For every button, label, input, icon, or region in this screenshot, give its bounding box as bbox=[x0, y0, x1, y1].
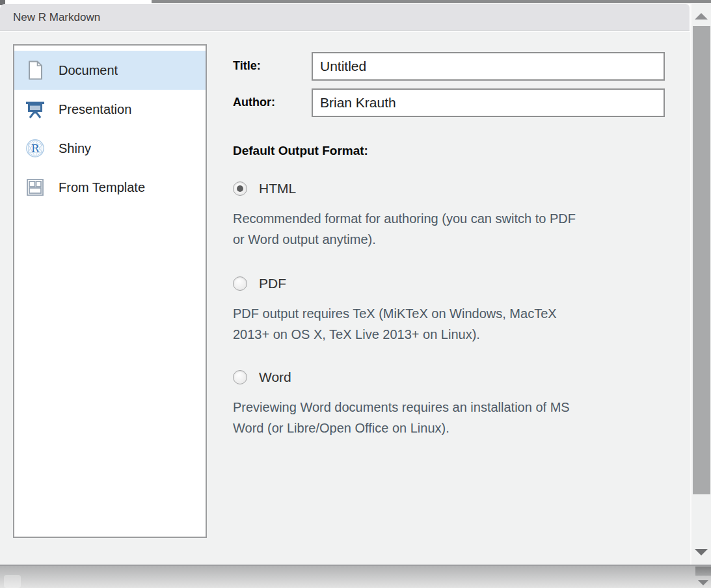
output-format-heading: Default Output Format: bbox=[233, 144, 368, 158]
format-html-description: Recommended format for authoring (you ca… bbox=[233, 208, 576, 250]
svg-text:R: R bbox=[31, 142, 40, 155]
vertical-scrollbar[interactable] bbox=[690, 4, 711, 565]
title-label: Title: bbox=[233, 59, 261, 73]
format-pdf-description: PDF output requires TeX (MiKTeX on Windo… bbox=[233, 303, 557, 345]
author-label: Author: bbox=[233, 96, 275, 109]
sidebar-item-shiny[interactable]: R Shiny bbox=[14, 129, 206, 168]
sidebar-item-label: From Template bbox=[59, 180, 145, 195]
description-line: Word (or Libre/Open Office on Linux). bbox=[233, 418, 570, 438]
sidebar-item-label: Document bbox=[59, 63, 118, 78]
format-option-html[interactable]: HTML bbox=[233, 181, 296, 196]
format-html-label: HTML bbox=[259, 181, 296, 196]
template-icon bbox=[25, 178, 46, 196]
scroll-down-icon[interactable] bbox=[695, 549, 708, 555]
outer-scrollbar-segment[interactable] bbox=[695, 566, 711, 588]
description-line: or Word output anytime). bbox=[233, 229, 576, 250]
sidebar-item-from-template[interactable]: From Template bbox=[14, 168, 206, 207]
bottom-bar-highlight bbox=[4, 575, 21, 588]
outer-scrollbar-thumb[interactable] bbox=[695, 567, 711, 576]
shiny-icon: R bbox=[25, 139, 46, 158]
description-line: Recommended format for authoring (you ca… bbox=[233, 208, 576, 229]
format-option-word[interactable]: Word bbox=[233, 369, 291, 385]
scroll-up-icon[interactable] bbox=[695, 13, 708, 20]
sidebar-item-document[interactable]: Document bbox=[14, 51, 206, 90]
presentation-icon bbox=[25, 100, 46, 119]
sidebar-item-label: Presentation bbox=[59, 102, 131, 117]
sidebar-item-label: Shiny bbox=[59, 141, 91, 156]
dialog-titlebar: New R Markdown bbox=[0, 4, 690, 31]
radio-pdf-icon[interactable] bbox=[233, 276, 247, 291]
description-line: 2013+ on OS X, TeX Live 2013+ on Linux). bbox=[233, 324, 557, 345]
outer-scroll-down-icon[interactable] bbox=[698, 580, 708, 585]
document-icon bbox=[25, 60, 46, 80]
author-input[interactable] bbox=[312, 88, 665, 117]
radio-word-icon[interactable] bbox=[233, 370, 247, 384]
format-option-pdf[interactable]: PDF bbox=[233, 276, 286, 291]
format-pdf-label: PDF bbox=[259, 276, 286, 291]
window-top-edge bbox=[152, 0, 711, 3]
scrollbar-thumb[interactable] bbox=[693, 26, 710, 494]
format-word-label: Word bbox=[259, 369, 291, 385]
bottom-bar bbox=[0, 566, 711, 588]
dialog-title: New R Markdown bbox=[13, 11, 100, 24]
radio-html-icon[interactable] bbox=[233, 181, 247, 196]
sidebar-item-presentation[interactable]: Presentation bbox=[14, 90, 206, 129]
format-word-description: Previewing Word documents requires an in… bbox=[233, 397, 570, 438]
template-list: Document Presentation R Shiny bbox=[13, 44, 207, 538]
title-input[interactable] bbox=[312, 52, 665, 81]
description-line: PDF output requires TeX (MiKTeX on Windo… bbox=[233, 303, 557, 324]
description-line: Previewing Word documents requires an in… bbox=[233, 397, 570, 418]
